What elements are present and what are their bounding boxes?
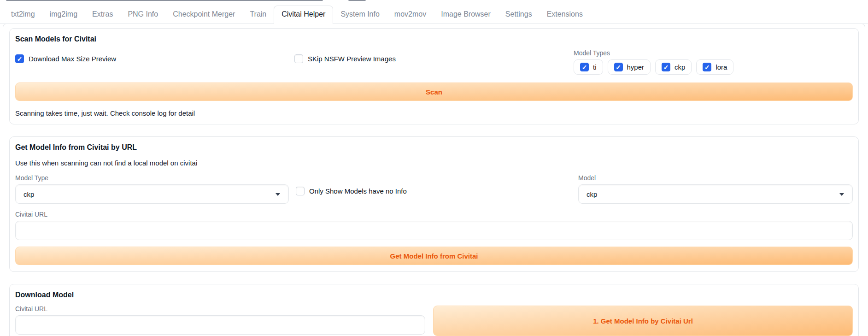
scan-models-section: Scan Models for Civitai Download Max Siz… [9,28,859,124]
checkbox-box[interactable] [703,63,711,71]
tab-extras[interactable]: Extras [85,6,120,24]
main-tabbar: txt2img img2img Extras PNG Info Checkpoi… [0,0,868,24]
scan-button[interactable]: Scan [15,83,853,101]
download-civitai-url-field: Civitai URL [15,306,425,335]
skip-nsfw-preview-checkbox[interactable]: SKip NSFW Preview Images [294,54,396,63]
only-no-info-field: Only Show Models have no Info [289,175,578,197]
checkbox-label: hyper [627,63,645,71]
checkbox-box[interactable] [614,63,623,71]
model-type-ckp-checkbox[interactable]: ckp [655,59,692,75]
tab-txt2img[interactable]: txt2img [4,6,42,24]
get-model-info-by-url-button[interactable]: 1. Get Model Info by Civitai Url [433,306,853,336]
civitai-helper-screen: txt2img img2img Extras PNG Info Checkpoi… [0,0,868,336]
only-show-models-no-info-checkbox[interactable]: Only Show Models have no Info [296,187,407,195]
checkbox-label: Only Show Models have no Info [309,187,407,195]
tab-mov2mov[interactable]: mov2mov [387,6,434,24]
model-dropdown[interactable]: ckp [578,184,853,204]
tab-system-info[interactable]: System Info [333,6,387,24]
chevron-down-icon [839,193,844,196]
checkbox-box[interactable] [662,63,670,71]
checkbox-label: ti [593,63,597,71]
model-type-lora-checkbox[interactable]: lora [696,59,733,75]
checkbox-label: Download Max Size Preview [29,55,116,63]
tab-settings[interactable]: Settings [498,6,540,24]
checkbox-box[interactable] [296,187,305,195]
civitai-url-input[interactable] [15,221,853,240]
chevron-down-icon [276,193,280,196]
model-type-label: Model Type [15,175,289,181]
checkbox-label: SKip NSFW Preview Images [308,55,396,63]
download-model-section: Download Model Civitai URL 1. Get Model … [9,284,859,336]
civitai-helper-panel: Scan Models for Civitai Download Max Siz… [3,24,865,336]
model-types-chips: ti hyper ckp lora [574,59,853,75]
download-civitai-url-input[interactable] [15,315,425,335]
civitai-url-field: Civitai URL [15,211,853,240]
model-value: ckp [586,190,597,198]
civitai-url-label: Civitai URL [15,211,853,218]
scan-note: Scanning takes time, just wait. Check co… [15,109,853,118]
download-step1-wrap: 1. Get Model Info by Civitai Url [433,306,853,336]
civitai-url-label: Civitai URL [15,306,425,312]
get-model-info-section: Get Model Info from Civitai by URL Use t… [9,136,859,272]
tab-civitai-helper[interactable]: Civitai Helper [274,6,333,24]
get-info-section-title: Get Model Info from Civitai by URL [15,143,853,152]
model-type-field: Model Type ckp [15,175,289,204]
checkbox-box[interactable] [580,63,589,71]
model-type-value: ckp [23,190,34,198]
get-model-info-button[interactable]: Get Model Info from Civitai [15,247,853,265]
download-max-size-preview-checkbox[interactable]: Download Max Size Preview [15,54,116,63]
scan-col-skip-nsfw: SKip NSFW Preview Images [294,50,574,65]
tab-png-info[interactable]: PNG Info [120,6,165,24]
scan-col-model-types: Model Types ti hyper ckp [574,50,853,75]
tab-img2img[interactable]: img2img [42,6,85,24]
checkbox-label: ckp [674,63,685,71]
model-field: Model ckp [578,175,853,204]
model-type-dropdown[interactable]: ckp [15,184,289,204]
model-types-label: Model Types [574,50,853,56]
tab-extensions[interactable]: Extensions [540,6,590,24]
checkbox-box[interactable] [294,54,303,63]
checkbox-label: lora [716,63,727,71]
checkbox-box[interactable] [15,54,24,63]
model-type-ti-checkbox[interactable]: ti [574,59,603,75]
tab-train[interactable]: Train [242,6,274,24]
tab-checkpoint-merger[interactable]: Checkpoint Merger [165,6,242,24]
tab-image-browser[interactable]: Image Browser [434,6,498,24]
scan-col-max-preview: Download Max Size Preview [15,50,294,63]
download-section-title: Download Model [15,291,853,299]
model-label: Model [578,175,853,181]
model-type-hyper-checkbox[interactable]: hyper [608,59,651,75]
get-info-section-subtitle: Use this when scanning can not find a lo… [15,159,853,167]
scan-section-title: Scan Models for Civitai [15,35,853,43]
